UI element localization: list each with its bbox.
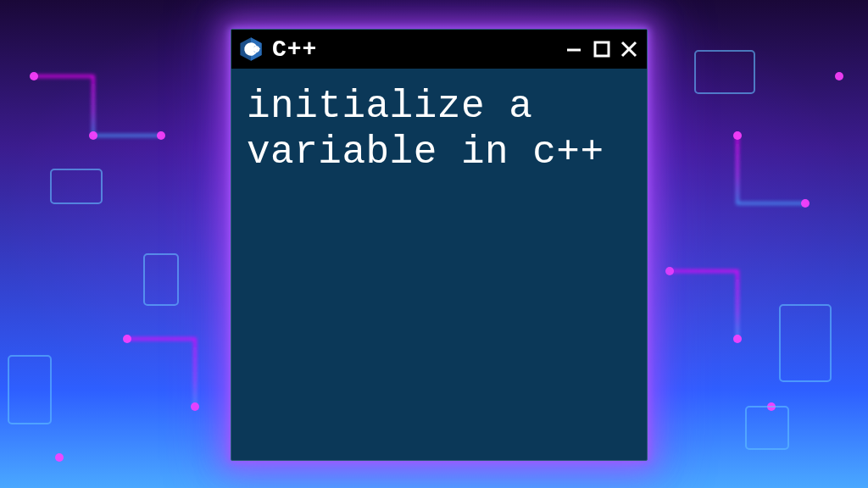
svg-point-6 [801,199,810,208]
svg-rect-14 [695,51,754,93]
svg-rect-24 [257,48,260,49]
svg-point-4 [191,402,199,411]
content-text: initialize a variable in c++ [247,85,604,175]
svg-point-8 [733,335,742,343]
cpp-logo-icon [238,36,264,62]
svg-point-7 [665,267,674,275]
svg-point-2 [157,131,165,140]
minimize-icon[interactable] [565,40,584,58]
svg-rect-15 [780,305,831,381]
terminal-window: C++ initialize a variable in c++ [231,29,648,461]
svg-rect-12 [8,356,51,424]
window-controls [565,40,638,58]
svg-rect-26 [595,42,609,56]
maximize-icon[interactable] [593,40,611,58]
svg-point-10 [767,402,776,411]
titlebar[interactable]: C++ [231,30,647,69]
svg-point-5 [733,131,742,140]
svg-point-11 [835,72,843,80]
svg-point-9 [55,453,64,462]
window-body: initialize a variable in c++ [231,69,647,460]
close-icon[interactable] [620,40,638,58]
svg-rect-17 [746,407,788,449]
svg-rect-22 [253,48,256,49]
svg-rect-16 [51,169,102,203]
svg-rect-13 [144,254,178,305]
svg-point-0 [30,72,38,80]
svg-point-3 [123,335,131,343]
window-title: C++ [272,36,557,63]
svg-point-1 [89,131,97,140]
